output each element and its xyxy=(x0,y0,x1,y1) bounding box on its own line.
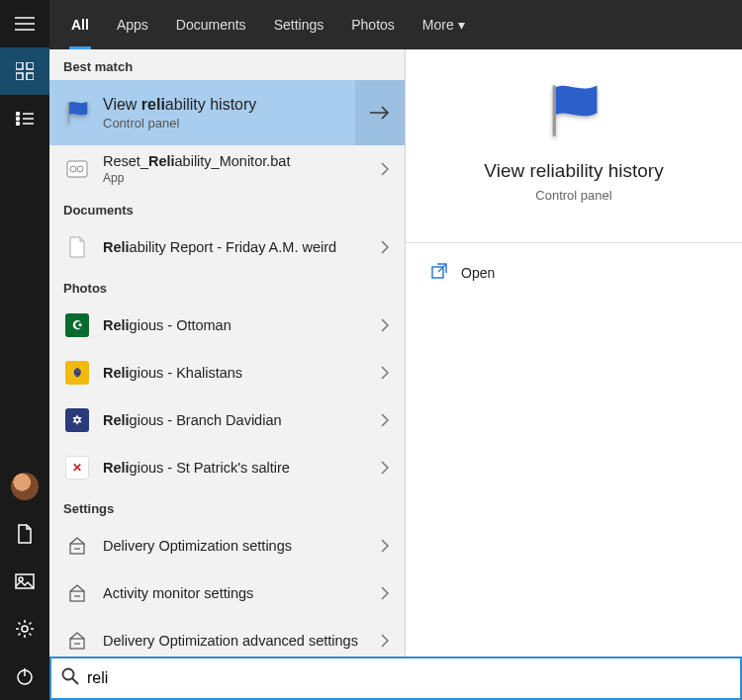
search-icon xyxy=(61,667,87,689)
result-subtitle: Control panel xyxy=(103,116,355,131)
open-action[interactable]: Open xyxy=(431,257,716,288)
search-filter-tabs: All Apps Documents Settings Photos More▾ xyxy=(49,0,742,49)
search-bar[interactable] xyxy=(49,656,742,700)
section-documents: Documents xyxy=(49,193,405,223)
result-photo-branch-davidian[interactable]: ✡ Religious - Branch Davidian xyxy=(49,396,405,444)
result-title: View reliability history xyxy=(103,96,355,114)
svg-rect-3 xyxy=(16,62,23,69)
search-results-list: Best match View reliability history Cont… xyxy=(49,49,406,700)
document-icon xyxy=(63,233,91,261)
chevron-right-icon xyxy=(373,318,397,332)
bat-file-icon xyxy=(63,155,91,183)
chevron-right-icon xyxy=(373,366,397,380)
result-title: Activity monitor settings xyxy=(103,585,373,601)
tab-documents[interactable]: Documents xyxy=(162,0,260,49)
result-reliability-report[interactable]: Reliability Report - Friday A.M. weird xyxy=(49,223,405,271)
svg-point-7 xyxy=(17,113,20,116)
result-title: Delivery Optimization advanced settings xyxy=(103,633,373,649)
result-title: Religious - Ottoman xyxy=(103,317,373,333)
arrow-right-icon[interactable] xyxy=(355,80,405,145)
chevron-right-icon xyxy=(373,240,397,254)
tab-more[interactable]: More▾ xyxy=(409,0,479,49)
tab-apps[interactable]: Apps xyxy=(103,0,162,49)
result-title: Religious - Branch Davidian xyxy=(103,412,373,428)
result-photo-ottoman[interactable]: ☪ Religious - Ottoman xyxy=(49,302,405,349)
documents-icon[interactable] xyxy=(0,510,49,558)
tab-photos[interactable]: Photos xyxy=(337,0,409,49)
tab-settings[interactable]: Settings xyxy=(260,0,338,49)
power-icon[interactable] xyxy=(0,653,49,700)
result-subtitle: App xyxy=(103,171,373,185)
open-icon xyxy=(431,263,447,282)
svg-line-35 xyxy=(72,678,78,684)
chevron-down-icon: ▾ xyxy=(458,17,465,33)
taskbar-rail xyxy=(0,0,49,700)
flag-icon xyxy=(63,99,91,127)
section-settings: Settings xyxy=(49,491,405,522)
svg-point-15 xyxy=(22,626,28,632)
svg-rect-5 xyxy=(16,73,23,80)
result-delivery-optimization[interactable]: Delivery Optimization settings xyxy=(49,522,405,569)
svg-rect-4 xyxy=(27,62,34,69)
chevron-right-icon xyxy=(373,413,397,427)
svg-rect-31 xyxy=(553,85,556,135)
user-avatar[interactable] xyxy=(0,463,49,510)
result-photo-st-patrick[interactable]: ✕ Religious - St Patrick's saltire xyxy=(49,444,405,491)
flag-icon xyxy=(542,79,605,142)
result-reset-reliability-bat[interactable]: Reset_Reliability_Monitor.bat App xyxy=(49,145,405,193)
rail-list-icon[interactable] xyxy=(0,95,49,142)
photo-thumb-icon: ☬ xyxy=(63,359,91,387)
svg-point-9 xyxy=(17,118,20,121)
svg-rect-6 xyxy=(27,73,34,80)
svg-point-11 xyxy=(17,123,20,126)
result-title: Reliability Report - Friday A.M. weird xyxy=(103,239,373,255)
svg-rect-18 xyxy=(68,102,69,124)
tab-all[interactable]: All xyxy=(57,0,103,49)
section-best-match: Best match xyxy=(49,49,405,80)
section-photos: Photos xyxy=(49,271,405,302)
preview-title: View reliability history xyxy=(484,160,663,182)
photo-thumb-icon: ☪ xyxy=(63,311,91,339)
preview-subtitle: Control panel xyxy=(535,188,611,203)
result-title: Religious - Khalistans xyxy=(103,365,373,381)
chevron-right-icon xyxy=(373,539,397,553)
result-photo-khalistans[interactable]: ☬ Religious - Khalistans xyxy=(49,349,405,396)
result-title: Delivery Optimization settings xyxy=(103,538,373,554)
result-title: Religious - St Patrick's saltire xyxy=(103,460,373,476)
chevron-right-icon xyxy=(373,162,397,176)
svg-line-33 xyxy=(438,264,446,272)
preview-pane: View reliability history Control panel O… xyxy=(406,49,742,700)
rail-grid-icon[interactable] xyxy=(0,47,49,95)
settings-gear-icon[interactable] xyxy=(0,605,49,653)
chevron-right-icon xyxy=(373,586,397,600)
result-title: Reset_Reliability_Monitor.bat xyxy=(103,153,373,169)
chevron-right-icon xyxy=(373,461,397,475)
open-label: Open xyxy=(461,265,495,281)
photo-thumb-icon: ✡ xyxy=(63,406,91,434)
settings-item-icon xyxy=(63,579,91,607)
settings-item-icon xyxy=(63,532,91,560)
svg-point-34 xyxy=(63,669,74,680)
photo-thumb-icon: ✕ xyxy=(63,454,91,481)
settings-item-icon xyxy=(63,627,91,655)
search-input[interactable] xyxy=(87,669,730,687)
result-view-reliability-history[interactable]: View reliability history Control panel xyxy=(49,80,405,145)
result-activity-monitor[interactable]: Activity monitor settings xyxy=(49,569,405,617)
chevron-right-icon xyxy=(373,634,397,648)
pictures-icon[interactable] xyxy=(0,558,49,605)
hamburger-icon[interactable] xyxy=(0,0,49,47)
